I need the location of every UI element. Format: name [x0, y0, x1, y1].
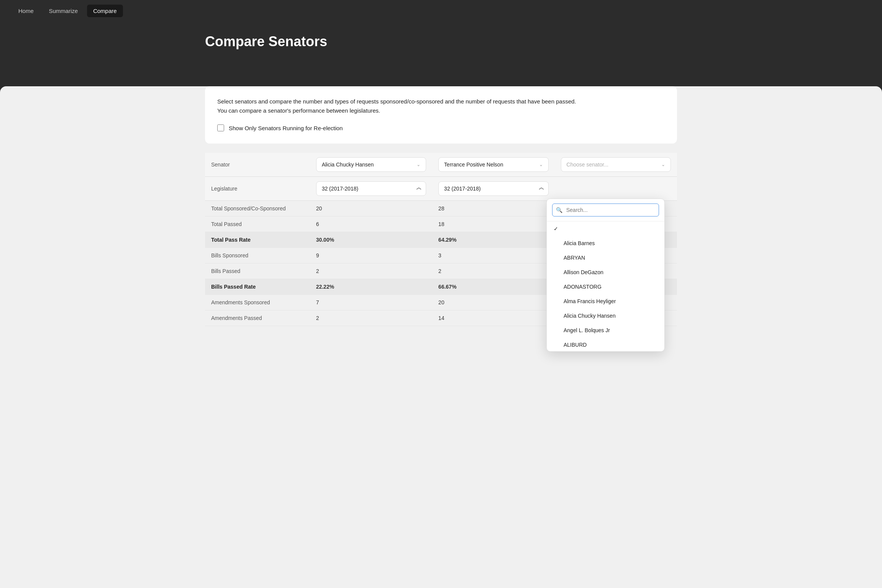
dropdown-item-label-6: Alicia Chucky Hansen: [564, 313, 615, 319]
row-val2-3: 3: [432, 248, 554, 263]
senator-dropdown-list: ✓ Alicia Barnes ABRYAN Allison DeGazon A…: [547, 221, 664, 351]
legislature-dropdown-col-1: 32 (2017-2018) ❯: [310, 177, 432, 201]
row-val2-6: 20: [432, 295, 554, 310]
senator-col-label: Senator: [205, 153, 310, 177]
dropdown-item-label-4: ADONASTORG: [564, 284, 601, 290]
dropdown-item-label-3: Allison DeGazon: [564, 269, 603, 275]
senator-dropdown-col-3: Choose senator... ⌄: [555, 153, 677, 177]
legislature-col-label: Legislature: [205, 177, 310, 201]
row-val2-5: 66.67%: [432, 279, 554, 295]
senator-2-value: Terrance Positive Nelson: [444, 162, 503, 168]
page-title: Compare Senators: [205, 34, 677, 50]
dropdown-item[interactable]: ALIBURD: [547, 338, 664, 351]
dropdown-item-label-1: Alicia Barnes: [564, 240, 595, 246]
dropdown-search-box: 🔍: [547, 199, 664, 221]
row-val2-7: 14: [432, 310, 554, 326]
checkmark-0: ✓: [554, 226, 560, 232]
row-label-6: Amendments Sponsored: [205, 295, 310, 310]
senator-dropdown-col-1: Alicia Chucky Hansen ⌄: [310, 153, 432, 177]
legislature-col-3-empty: [555, 177, 677, 201]
nav-home[interactable]: Home: [12, 5, 40, 17]
row-val1-7: 2: [310, 310, 432, 326]
senator-2-chevron: ⌄: [539, 162, 543, 167]
senator-search-input[interactable]: [552, 204, 659, 216]
dropdown-item[interactable]: Alicia Barnes: [547, 236, 664, 250]
senator-3-dropdown[interactable]: Choose senator... ⌄: [561, 157, 671, 172]
search-icon: 🔍: [556, 207, 562, 213]
senator-search-dropdown: 🔍 ✓ Alicia Barnes ABRYAN Allison DeGazon: [546, 199, 665, 352]
row-val2-0: 28: [432, 201, 554, 216]
dropdown-item[interactable]: ✓: [547, 221, 664, 236]
dropdown-item[interactable]: Angel L. Bolques Jr: [547, 323, 664, 338]
senator-1-value: Alicia Chucky Hansen: [322, 162, 374, 168]
row-label-0: Total Sponsored/Co-Sponsored: [205, 201, 310, 216]
senator-3-placeholder: Choose senator...: [567, 162, 609, 168]
row-val1-1: 6: [310, 216, 432, 232]
row-val2-1: 18: [432, 216, 554, 232]
row-label-2: Total Pass Rate: [205, 232, 310, 248]
dropdown-item-label-7: Angel L. Bolques Jr: [564, 327, 610, 333]
search-icon-wrap: 🔍: [552, 204, 659, 216]
nav-summarize[interactable]: Summarize: [43, 5, 84, 17]
row-val2-4: 2: [432, 263, 554, 279]
row-label-7: Amendments Passed: [205, 310, 310, 326]
row-val2-2: 64.29%: [432, 232, 554, 248]
row-val1-6: 7: [310, 295, 432, 310]
legislature-1-chevron: ❯: [416, 187, 421, 191]
row-label-3: Bills Sponsored: [205, 248, 310, 263]
reelection-checkbox-row: Show Only Senators Running for Re-electi…: [217, 124, 665, 131]
senator-1-dropdown[interactable]: Alicia Chucky Hansen ⌄: [316, 157, 426, 172]
legislature-1-dropdown[interactable]: 32 (2017-2018) ❯: [316, 181, 426, 196]
row-val1-4: 2: [310, 263, 432, 279]
nav-compare[interactable]: Compare: [87, 5, 123, 17]
dropdown-item-label-5: Alma Francis Heyliger: [564, 298, 616, 304]
legislature-dropdown-col-2: 32 (2017-2018) ❯: [432, 177, 554, 201]
legislature-1-value: 32 (2017-2018): [322, 186, 359, 192]
dropdown-item-label-8: ALIBURD: [564, 342, 587, 348]
row-label-1: Total Passed: [205, 216, 310, 232]
legislature-2-dropdown[interactable]: 32 (2017-2018) ❯: [438, 181, 548, 196]
dropdown-item[interactable]: Alicia Chucky Hansen: [547, 309, 664, 323]
row-val1-3: 9: [310, 248, 432, 263]
senator-1-chevron: ⌄: [417, 162, 420, 167]
senator-2-dropdown[interactable]: Terrance Positive Nelson ⌄: [438, 157, 548, 172]
dropdown-item[interactable]: ABRYAN: [547, 250, 664, 265]
dropdown-item[interactable]: Allison DeGazon: [547, 265, 664, 279]
row-val1-2: 30.00%: [310, 232, 432, 248]
row-label-5: Bills Passed Rate: [205, 279, 310, 295]
senator-3-chevron: ⌄: [661, 162, 665, 167]
senator-dropdown-col-2: Terrance Positive Nelson ⌄: [432, 153, 554, 177]
dropdown-item[interactable]: ADONASTORG: [547, 279, 664, 294]
legislature-2-chevron: ❯: [538, 187, 544, 191]
row-val1-0: 20: [310, 201, 432, 216]
reelection-label[interactable]: Show Only Senators Running for Re-electi…: [229, 125, 343, 131]
navbar: Home Summarize Compare: [0, 0, 882, 21]
reelection-checkbox[interactable]: [217, 124, 224, 131]
dropdown-item-label-2: ABRYAN: [564, 255, 585, 261]
row-val1-5: 22.22%: [310, 279, 432, 295]
legislature-2-value: 32 (2017-2018): [444, 186, 481, 192]
row-label-4: Bills Passed: [205, 263, 310, 279]
dropdown-item[interactable]: Alma Francis Heyliger: [547, 294, 664, 309]
info-text: Select senators and compare the number a…: [217, 97, 665, 115]
